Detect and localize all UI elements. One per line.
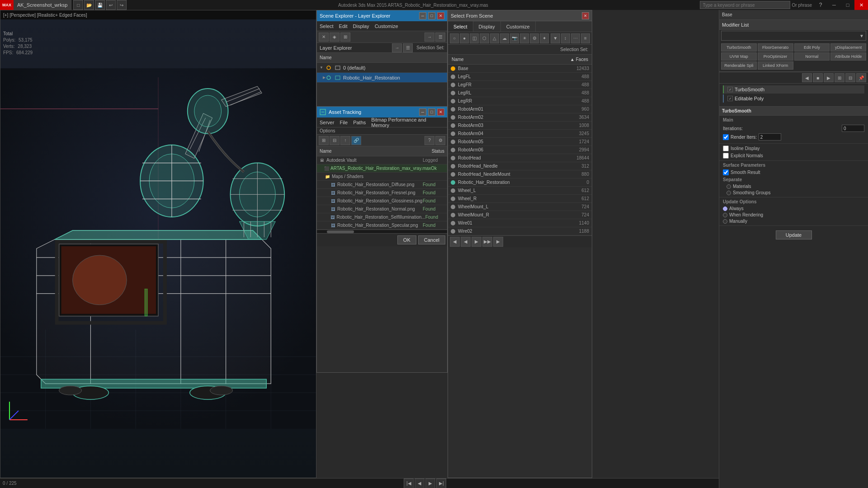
- filter-btn[interactable]: ✕: [319, 33, 329, 42]
- sfs-tool-2[interactable]: ●: [460, 33, 469, 43]
- obj-wire02[interactable]: Wire02 1188: [448, 227, 592, 235]
- obj-robotarm06[interactable]: RobotArm06 2994: [448, 146, 592, 154]
- select-all-btn[interactable]: ⊞: [340, 33, 350, 42]
- sfs-cols-btn[interactable]: ≡: [581, 33, 590, 43]
- obj-legrr[interactable]: LegRR 488: [448, 97, 592, 105]
- materials-radio[interactable]: [726, 184, 731, 189]
- obj-wheelmount-r[interactable]: WheelMount_R 724: [448, 211, 592, 219]
- asset-row-normal[interactable]: 🖼 Robotic_Hair_Restoration_Normal.png Fo…: [317, 205, 447, 213]
- asset-row-maps[interactable]: 📁 Maps / Shaders: [317, 173, 447, 181]
- asset-tool-2[interactable]: ⊟: [330, 136, 340, 145]
- obj-robotarm03[interactable]: RobotArm03 1008: [448, 122, 592, 130]
- bottom-btn-1[interactable]: |◀: [404, 479, 414, 488]
- grid-uvwmap[interactable]: UVW Map: [721, 52, 757, 61]
- asset-minimize-btn[interactable]: ─: [419, 108, 426, 116]
- asset-row-selfillum[interactable]: 🖼 Robotic_Hair_Restoration_SelfIlluminat…: [317, 213, 447, 221]
- obj-wheel-l[interactable]: Wheel_L 612: [448, 187, 592, 195]
- asset-options-label[interactable]: Options: [317, 127, 447, 135]
- obj-robotarm02[interactable]: RobotArm02 3634: [448, 113, 592, 122]
- obj-robothead-needle[interactable]: RobotHead_Needle 312: [448, 162, 592, 170]
- new-btn[interactable]: □: [73, 0, 83, 10]
- menu-edit[interactable]: Display: [353, 23, 369, 29]
- expand-icon-2[interactable]: ▶: [319, 75, 324, 80]
- layer-default[interactable]: ▼ 0 (default): [317, 63, 447, 73]
- grid-editpoly[interactable]: Edit Poly: [794, 43, 830, 52]
- asset-maximize-btn[interactable]: □: [428, 108, 435, 116]
- obj-wheel-r[interactable]: Wheel_R 612: [448, 195, 592, 203]
- stack-move-up[interactable]: ◀: [802, 73, 812, 82]
- obj-robotarm05[interactable]: RobotArm05 1724: [448, 138, 592, 146]
- grid-ydisplacement[interactable]: yDisplacement: [830, 43, 866, 52]
- arrow-btn2[interactable]: ☰: [435, 33, 445, 42]
- sfs-tool-6[interactable]: ☁: [500, 33, 509, 43]
- smoothing-groups-radio[interactable]: [726, 191, 731, 195]
- obj-robotarm01[interactable]: RobotArm01 960: [448, 105, 592, 113]
- asset-scrollbar[interactable]: [317, 230, 447, 233]
- stack-select[interactable]: ■: [813, 73, 823, 82]
- bottom-btn-4[interactable]: ▶|: [436, 479, 446, 488]
- obj-legrl[interactable]: LegRL 488: [448, 89, 592, 97]
- asset-row-glossiness[interactable]: 🖼 Robotic_Hair_Restoration_Glossiness.pn…: [317, 197, 447, 205]
- obj-robotarm04[interactable]: RobotArm04 3245: [448, 130, 592, 138]
- sfs-nav1-btn[interactable]: ◀: [461, 237, 471, 247]
- stack-remove[interactable]: ⊟: [845, 73, 855, 82]
- expand-icon[interactable]: ▼: [319, 65, 324, 70]
- close-panel-btn[interactable]: ✕: [437, 12, 444, 19]
- sfs-tool-9[interactable]: ⚙: [530, 33, 539, 43]
- update-button[interactable]: Update: [776, 230, 812, 239]
- asset-row-fresnel[interactable]: 🖼 Robotic_Hair_Restoration_Fresnel.png F…: [317, 189, 447, 197]
- ep-enable-check[interactable]: ✓: [727, 96, 733, 101]
- asset-tool-1[interactable]: ⊞: [319, 136, 329, 145]
- asset-menu-bitmap[interactable]: Bitmap Performance and Memory: [371, 117, 444, 128]
- sfs-collapse-btn[interactable]: ◀: [450, 237, 460, 247]
- obj-legfr[interactable]: LegFR 488: [448, 81, 592, 89]
- bottom-btn-3[interactable]: ▶: [425, 479, 435, 488]
- modifier-list-dropdown[interactable]: ▼: [721, 31, 866, 41]
- manually-radio[interactable]: [723, 219, 727, 224]
- bottom-btn-2[interactable]: ◀: [415, 479, 425, 488]
- sfs-tab-select[interactable]: Select: [448, 21, 473, 32]
- asset-cancel-btn[interactable]: Cancel: [418, 235, 445, 244]
- help-btn[interactable]: ?: [816, 0, 826, 10]
- select-none-btn[interactable]: ◈: [330, 33, 340, 42]
- asset-settings-btn[interactable]: ⚙: [435, 136, 445, 145]
- sfs-tab-display[interactable]: Display: [473, 21, 501, 32]
- stack-add[interactable]: ⊞: [835, 73, 844, 82]
- stack-move-down[interactable]: ▶: [824, 73, 834, 82]
- arrow-btn1[interactable]: →: [425, 33, 434, 42]
- ts-render-iters-check[interactable]: [723, 134, 729, 140]
- sfs-sort-btn[interactable]: ↕: [561, 33, 570, 43]
- undo-btn[interactable]: ↩: [106, 0, 116, 10]
- asset-menu-paths[interactable]: Paths: [353, 120, 366, 125]
- grid-renderablespline[interactable]: Renderable Spli: [721, 61, 757, 70]
- maximize-btn[interactable]: □: [841, 0, 854, 10]
- ts-render-iters-input[interactable]: [759, 133, 781, 141]
- grid-linkedxform[interactable]: Linked XForm: [758, 61, 793, 70]
- always-radio[interactable]: [723, 206, 727, 211]
- menu-customize[interactable]: Customize: [375, 23, 398, 29]
- ts-iters-input[interactable]: [842, 125, 864, 132]
- asset-ok-btn[interactable]: OK: [397, 235, 416, 244]
- maximize-panel-btn[interactable]: □: [428, 12, 435, 19]
- sfs-expand-btn[interactable]: ▶: [493, 237, 503, 247]
- layer-btn1[interactable]: →: [392, 43, 402, 52]
- ts-enable-check[interactable]: ✓: [727, 87, 733, 92]
- obj-legfl[interactable]: LegFL 488: [448, 73, 592, 81]
- sfs-nav3-btn[interactable]: ▶▶: [482, 237, 492, 247]
- menu-select[interactable]: Select: [320, 23, 334, 29]
- layer-robotic[interactable]: ▶ Robotic_Hair_Restoration: [317, 73, 447, 83]
- minimize-btn[interactable]: ─: [827, 0, 841, 10]
- sfs-tool-7[interactable]: 📷: [510, 33, 519, 43]
- obj-base[interactable]: Base 12433: [448, 65, 592, 73]
- minimize-panel-btn[interactable]: ─: [419, 12, 426, 19]
- close-btn[interactable]: ✕: [854, 0, 868, 10]
- asset-row-max[interactable]: ⬛ ARTAS_Robotic_Hair_Restoration_max_vra…: [317, 164, 447, 173]
- grid-attributeholder[interactable]: Attribute Holde: [830, 52, 866, 61]
- grid-normal[interactable]: Normal: [794, 52, 830, 61]
- asset-row-vault[interactable]: 🏛 Autodesk Vault Logged: [317, 156, 447, 164]
- smooth-result-check[interactable]: [723, 169, 729, 175]
- asset-close-btn[interactable]: ✕: [437, 108, 444, 116]
- grid-floorgenerator[interactable]: FloorGenerato: [758, 43, 793, 52]
- tab-ak-screenshot[interactable]: AK_Screenshot_wrksp: [14, 0, 71, 10]
- obj-robothead-needlemount[interactable]: RobotHead_NeedleMount 880: [448, 170, 592, 178]
